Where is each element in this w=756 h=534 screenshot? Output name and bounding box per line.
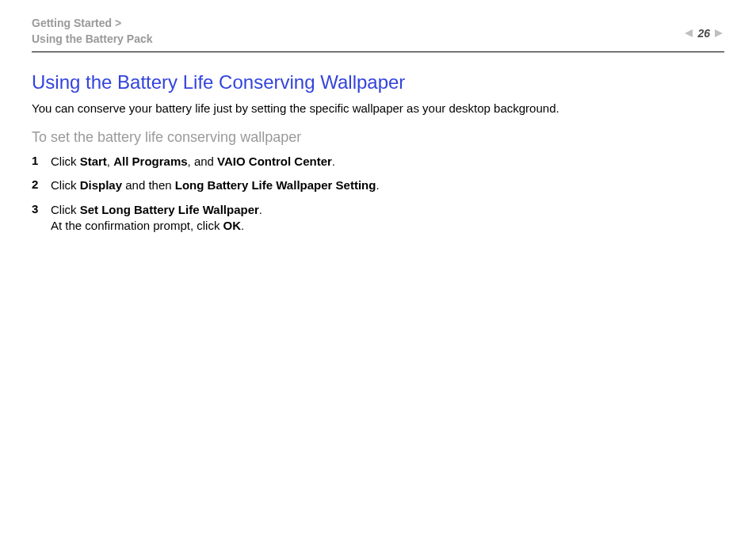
- page-title: Using the Battery Life Conserving Wallpa…: [32, 71, 724, 93]
- step-text: Click Display and then Long Battery Life…: [51, 177, 724, 193]
- steps-list: 1Click Start, All Programs, and VAIO Con…: [32, 154, 724, 234]
- breadcrumb-line-2: Using the Battery Pack: [32, 32, 153, 48]
- breadcrumb-line-1: Getting Started >: [32, 16, 153, 32]
- breadcrumb: Getting Started > Using the Battery Pack: [32, 16, 153, 47]
- step-item: 1Click Start, All Programs, and VAIO Con…: [32, 154, 724, 170]
- step-number: 3: [32, 202, 51, 216]
- step-item: 2Click Display and then Long Battery Lif…: [32, 177, 724, 193]
- page-header: Getting Started > Using the Battery Pack…: [32, 16, 724, 51]
- page-nav: 26: [683, 27, 724, 40]
- step-text: Click Set Long Battery Life Wallpaper.At…: [51, 202, 724, 235]
- page-number: 26: [697, 27, 710, 40]
- section-subhead: To set the battery life conserving wallp…: [32, 129, 724, 146]
- intro-paragraph: You can conserve your battery life just …: [32, 101, 724, 115]
- step-text: Click Start, All Programs, and VAIO Cont…: [51, 154, 724, 170]
- step-item: 3Click Set Long Battery Life Wallpaper.A…: [32, 202, 724, 235]
- step-number: 2: [32, 177, 51, 191]
- header-rule: [32, 51, 724, 52]
- svg-marker-1: [715, 29, 723, 37]
- next-page-icon[interactable]: [713, 28, 724, 39]
- svg-marker-0: [685, 29, 693, 37]
- step-number: 1: [32, 154, 51, 167]
- prev-page-icon[interactable]: [683, 28, 694, 39]
